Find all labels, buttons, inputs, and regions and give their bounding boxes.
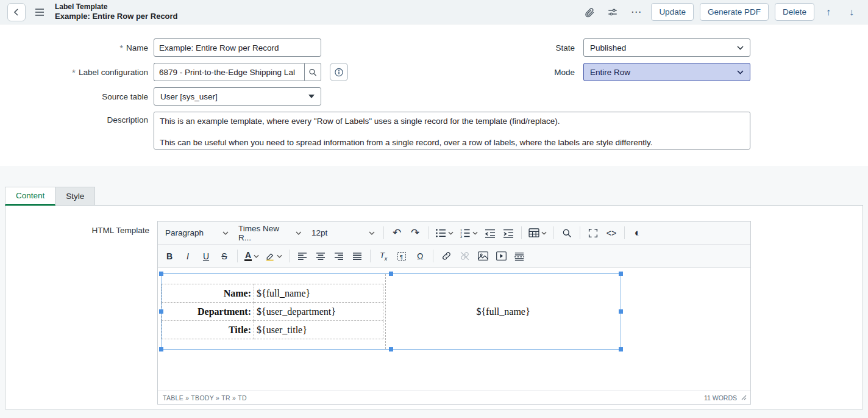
- outdent-button[interactable]: [482, 225, 499, 242]
- back-button[interactable]: [7, 3, 26, 21]
- page-break-button[interactable]: [511, 248, 528, 265]
- strikethrough-button[interactable]: S: [216, 248, 233, 265]
- record-form: * Name * Label configuration Source: [0, 24, 868, 166]
- personalize-form-button[interactable]: [603, 3, 622, 21]
- chevron-down-icon: [222, 231, 229, 235]
- selection-handle-sw[interactable]: [159, 347, 163, 351]
- clear-formatting-button[interactable]: Tx: [375, 248, 392, 265]
- source-table-select[interactable]: User [sys_user]: [154, 87, 321, 106]
- font-color-icon: A: [244, 251, 252, 262]
- template-field-value[interactable]: ${user_title}: [254, 321, 383, 339]
- nested-label-table[interactable]: Name: ${full_name} Department: ${user_de…: [162, 284, 383, 339]
- insert-link-button[interactable]: [438, 248, 455, 265]
- indent-button[interactable]: [500, 225, 517, 242]
- align-right-button[interactable]: [330, 248, 347, 265]
- table-cell-left[interactable]: Name: ${full_name} Department: ${user_de…: [162, 274, 386, 349]
- bullet-list-button[interactable]: [433, 225, 456, 242]
- element-path[interactable]: TABLE » TBODY » TR » TD: [163, 394, 247, 402]
- template-field-value[interactable]: ${user_department}: [254, 303, 383, 321]
- previous-record-button[interactable]: ↑: [819, 3, 838, 21]
- underline-button[interactable]: U: [197, 248, 215, 265]
- undo-icon: ↶: [393, 226, 401, 239]
- mode-label: Mode: [518, 68, 575, 77]
- more-actions-button[interactable]: ⋯: [627, 3, 645, 21]
- bullet-list-icon: [435, 228, 446, 238]
- numbered-list-button[interactable]: 123: [457, 225, 480, 242]
- table-button[interactable]: [526, 225, 549, 242]
- delete-button[interactable]: Delete: [775, 3, 814, 21]
- toolbar-separator: [580, 226, 580, 239]
- reference-lookup-button[interactable]: [304, 63, 321, 81]
- template-field-value[interactable]: ${full_name}: [254, 284, 383, 303]
- svg-text:3: 3: [460, 234, 462, 237]
- related-content-section: Content Style HTML Template Paragraph Ti…: [0, 166, 868, 418]
- search-icon: [562, 228, 572, 238]
- template-variable[interactable]: ${full_name}: [476, 306, 530, 317]
- selection-handle-se[interactable]: [619, 347, 623, 351]
- special-character-button[interactable]: Ω: [411, 248, 429, 265]
- numbered-list-icon: 123: [460, 228, 471, 238]
- template-field-label[interactable]: Name:: [162, 284, 254, 303]
- mode-select[interactable]: Entire Row: [583, 63, 750, 81]
- chevron-down-icon: [296, 231, 302, 235]
- menu-button[interactable]: [30, 3, 49, 21]
- update-button[interactable]: Update: [651, 3, 694, 21]
- table-icon: [528, 228, 539, 237]
- next-record-button[interactable]: ↓: [842, 3, 861, 21]
- font-family-select[interactable]: Times New R...: [234, 225, 306, 242]
- chevron-left-icon: [12, 8, 21, 16]
- mode-field-row: Mode Entire Row: [518, 63, 750, 81]
- chevron-down-icon: [277, 254, 282, 258]
- label-configuration-input[interactable]: [154, 63, 304, 81]
- reference-info-button[interactable]: [330, 63, 348, 81]
- tab-content[interactable]: Content: [5, 187, 55, 206]
- redo-button[interactable]: ↷: [407, 225, 424, 242]
- editor-canvas[interactable]: Name: ${full_name} Department: ${user_de…: [158, 268, 750, 391]
- name-input[interactable]: [154, 38, 321, 57]
- resize-grip-icon[interactable]: [741, 395, 747, 400]
- omega-icon: Ω: [417, 251, 423, 261]
- align-center-button[interactable]: [312, 248, 329, 265]
- align-left-button[interactable]: [294, 248, 311, 265]
- name-label: * Name: [0, 43, 148, 52]
- attachments-button[interactable]: [580, 3, 599, 21]
- toolbar-separator: [521, 226, 522, 239]
- state-select[interactable]: Published: [583, 38, 750, 57]
- source-code-button[interactable]: <>: [603, 225, 620, 242]
- selected-table[interactable]: Name: ${full_name} Department: ${user_de…: [161, 273, 621, 350]
- template-field-label[interactable]: Title:: [162, 321, 254, 339]
- table-cell-right[interactable]: ${full_name}: [386, 274, 621, 349]
- svg-text:¶: ¶: [400, 253, 403, 259]
- selection-handle-n[interactable]: [389, 272, 393, 276]
- remove-link-button[interactable]: [456, 248, 473, 265]
- form-right-column: State Published Mode Entire Row: [518, 38, 750, 87]
- align-left-icon: [297, 252, 307, 261]
- generate-pdf-button[interactable]: Generate PDF: [700, 3, 769, 21]
- insert-media-button[interactable]: [493, 248, 510, 265]
- tab-style[interactable]: Style: [55, 187, 95, 206]
- selection-handle-ne[interactable]: [619, 272, 623, 276]
- italic-button[interactable]: I: [179, 248, 196, 265]
- selection-handle-nw[interactable]: [159, 272, 163, 276]
- description-textarea[interactable]: This is an example template, where every…: [154, 112, 750, 150]
- block-format-select[interactable]: Paragraph: [161, 225, 233, 242]
- font-size-select[interactable]: 12pt: [307, 225, 379, 242]
- link-icon: [441, 251, 452, 261]
- contrast-button[interactable]: ◐: [629, 225, 646, 242]
- selection-handle-w[interactable]: [159, 309, 163, 314]
- highlight-color-button[interactable]: [263, 248, 285, 265]
- selection-handle-s[interactable]: [389, 347, 393, 351]
- bold-button[interactable]: B: [161, 248, 178, 265]
- justify-button[interactable]: [349, 248, 366, 265]
- template-field-label[interactable]: Department:: [162, 303, 254, 321]
- insert-image-button[interactable]: [474, 248, 491, 265]
- font-color-button[interactable]: A: [242, 248, 261, 265]
- fullscreen-button[interactable]: [585, 225, 602, 242]
- visual-characters-button[interactable]: ¶: [393, 248, 410, 265]
- justify-icon: [352, 252, 362, 261]
- page-break-icon: [514, 251, 525, 261]
- selection-handle-e[interactable]: [619, 309, 623, 314]
- table-row: Department: ${user_department}: [162, 303, 383, 321]
- undo-button[interactable]: ↶: [388, 225, 405, 242]
- find-replace-button[interactable]: [558, 225, 575, 242]
